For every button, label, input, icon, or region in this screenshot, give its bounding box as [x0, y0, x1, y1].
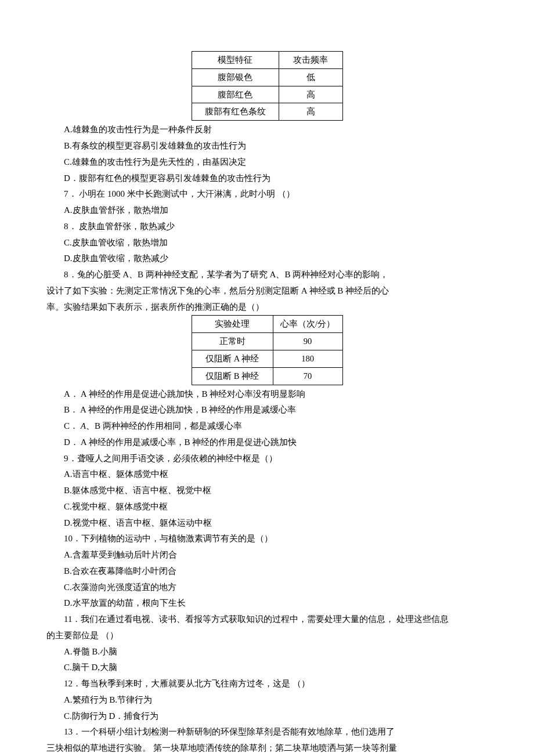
q8-c-post: 、B 两种神经的作用相同，都是减缓心率: [86, 421, 242, 431]
q12-option-cd: C.防御行为 D．捕食行为: [46, 708, 488, 725]
table-row: 仅阻断 B 神经 70: [192, 367, 342, 385]
q7-stem: 7． 小明在 1000 米中长跑测试中，大汗淋漓，此时小明 （）: [46, 186, 488, 202]
q8-c-em: A: [81, 421, 86, 431]
q8-option-b: B． A 神经的作用是促进心跳加快，B 神经的作用是减缓心率: [46, 402, 488, 418]
q9-stem: 9．聋哑人之间用手语交谈，必须依赖的神经中枢是（）: [46, 451, 488, 467]
table-cell: 正常时: [192, 333, 273, 350]
q8-option-a: A． A 神经的作用是促进心跳加快，B 神经对心率没有明显影响: [46, 386, 488, 403]
q9-option-a: A.语言中枢、躯体感觉中枢: [46, 466, 488, 483]
q8-stem-line1: 8．兔的心脏受 A、B 两种神经支配，某学者为了研究 A、B 两种神经对心率的影…: [46, 267, 488, 283]
table-row: 模型特征 攻击频率: [192, 52, 342, 69]
table-row: 腹部银色 低: [192, 68, 342, 86]
table-cell: 90: [273, 333, 342, 350]
table-cell: 低: [279, 68, 342, 86]
table-stickleback: 模型特征 攻击频率 腹部银色 低 腹部红色 高 腹部有红色条纹 高: [192, 51, 343, 121]
table-cell: 高: [279, 103, 342, 121]
q8-stem-line2: 设计了如下实验：先测定正常情况下兔的心率，然后分别测定阻断 A 神经或 B 神经…: [46, 283, 488, 299]
q13-stem-line1: 13．一个科研小组计划检测一种新研制的环保型除草剂是否能有效地除草，他们选用了: [46, 724, 488, 740]
table-cell: 仅阻断 B 神经: [192, 367, 273, 385]
q10-stem: 10．下列植物的运动中，与植物激素调节有关的是（）: [46, 531, 488, 547]
table-cell: 高: [279, 86, 342, 103]
q7-option-d: D.皮肤血管收缩，散热减少: [46, 251, 488, 267]
table-row: 仅阻断 A 神经 180: [192, 350, 342, 367]
table-cell: 腹部有红色条纹: [192, 103, 279, 121]
q8-option-c: C． A、B 两种神经的作用相同，都是减缓心率: [46, 418, 488, 435]
q9-option-b: B.躯体感觉中枢、语言中枢、视觉中枢: [46, 483, 488, 499]
table-header: 心率（次/分）: [273, 316, 342, 333]
table-cell: 腹部红色: [192, 86, 279, 103]
table-row: 实验处理 心率（次/分）: [192, 316, 342, 333]
q13-stem-line2: 三块相似的草地进行实验。 第一块草地喷洒传统的除草剂；第二块草地喷洒与第一块等剂…: [46, 740, 488, 756]
q6-option-b: B.有条纹的模型更容易引发雄棘鱼的攻击性行为: [46, 138, 488, 154]
q6-option-a: A.雄棘鱼的攻击性行为是一种条件反射: [46, 122, 488, 138]
q10-option-d: D.水平放置的幼苗，根向下生长: [46, 595, 488, 612]
table-row: 正常时 90: [192, 333, 342, 350]
table-row: 腹部红色 高: [192, 86, 342, 103]
q10-option-b: B.合欢在夜幕降临时小叶闭合: [46, 563, 488, 580]
q9-option-d: D.视觉中枢、语言中枢、躯体运动中枢: [46, 515, 488, 531]
q9-option-c: C.视觉中枢、躯体感觉中枢: [46, 499, 488, 515]
q11-option-cd: C.脑干 D,大脑: [46, 660, 488, 676]
table-row: 腹部有红色条纹 高: [192, 103, 342, 121]
q12-option-ab: A.繁殖行为 B.节律行为: [46, 692, 488, 708]
q6-option-c: C.雄棘鱼的攻击性行为是先天性的，由基因决定: [46, 154, 488, 171]
q7-option-c: C.皮肤血管收缩，散热增加: [46, 235, 488, 251]
q11-option-ab: A.脊髓 B.小脑: [46, 644, 488, 660]
table-cell: 180: [273, 350, 342, 367]
q10-option-a: A.含羞草受到触动后叶片闭合: [46, 547, 488, 563]
q8-stem-line3: 率。实验结果如下表所示，据表所作的推测正确的是（）: [46, 299, 488, 316]
q6-option-d: D．腹部有红色的模型更容易引发雄棘鱼的攻击性行为: [46, 171, 488, 187]
table-cell: 仅阻断 A 神经: [192, 350, 273, 367]
q7-option-a: A.皮肤血管舒张，散热增加: [46, 202, 488, 219]
q10-option-c: C.衣藻游向光强度适宜的地方: [46, 580, 488, 596]
table-header: 实验处理: [192, 316, 273, 333]
table-header: 攻击频率: [279, 52, 342, 69]
table-cell: 腹部银色: [192, 68, 279, 86]
table-heart-rate: 实验处理 心率（次/分） 正常时 90 仅阻断 A 神经 180 仅阻断 B 神…: [192, 315, 343, 385]
q8-c-pre: C．: [64, 421, 81, 431]
table-cell: 70: [273, 367, 342, 385]
q11-stem-line2: 的主要部位是 （）: [46, 628, 488, 644]
q8-option-d: D． A 神经的作用是减缓心率，B 神经的作用是促进心跳加快: [46, 435, 488, 451]
q7-option-b: 8． 皮肤血管舒张，散热减少: [46, 219, 488, 235]
q11-stem-line1: 11．我们在通过看电视、读书、看报等方式获取知识的过程中，需要处理大量的信息， …: [46, 612, 488, 628]
q12-stem: 12．每当秋季到来时，大雁就要从北方飞往南方过冬，这是 （）: [46, 676, 488, 692]
table-header: 模型特征: [192, 52, 279, 69]
